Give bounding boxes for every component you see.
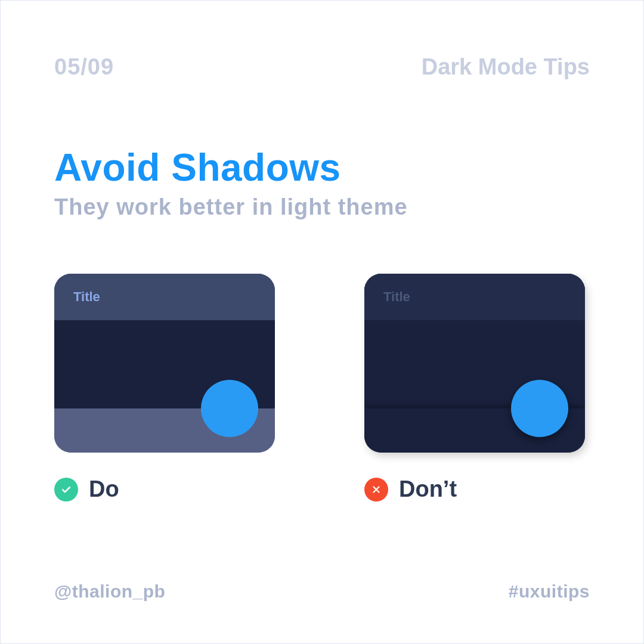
fab-button bbox=[511, 380, 568, 437]
hashtag: #uxuitips bbox=[509, 581, 590, 602]
card-title: Title bbox=[383, 289, 410, 305]
cross-icon bbox=[364, 478, 388, 501]
example-card-dont: Title bbox=[364, 274, 585, 453]
dont-label: Don’t bbox=[364, 476, 585, 502]
author-handle: @thalion_pb bbox=[54, 581, 165, 602]
card-title: Title bbox=[73, 289, 100, 305]
page-counter: 05/09 bbox=[54, 54, 114, 80]
dont-label-text: Don’t bbox=[399, 476, 457, 502]
check-icon bbox=[54, 478, 78, 501]
fab-button bbox=[201, 380, 258, 437]
do-label-text: Do bbox=[89, 476, 119, 502]
do-label: Do bbox=[54, 476, 275, 502]
example-card-do: Title bbox=[54, 274, 275, 453]
headline: Avoid Shadows bbox=[54, 145, 590, 190]
subheadline: They work better in light theme bbox=[54, 194, 590, 220]
series-title: Dark Mode Tips bbox=[422, 54, 590, 80]
